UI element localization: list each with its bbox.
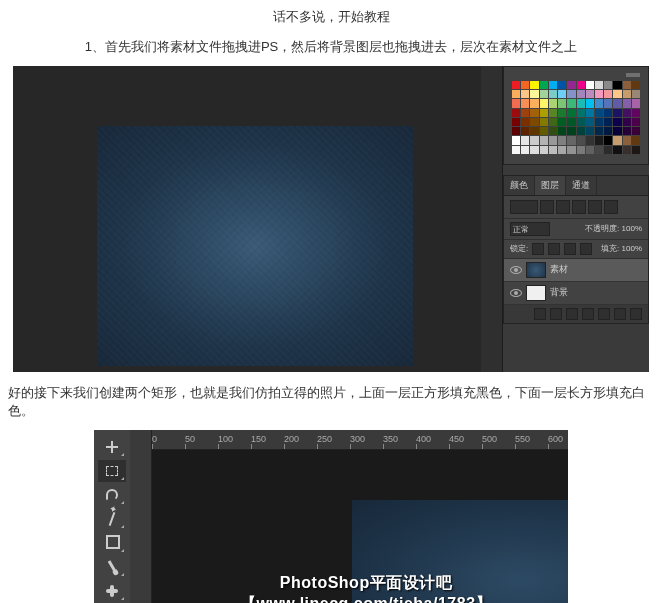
- swatch[interactable]: [530, 146, 538, 154]
- swatch[interactable]: [577, 90, 585, 98]
- swatch[interactable]: [632, 81, 640, 89]
- swatch[interactable]: [604, 127, 612, 135]
- swatch[interactable]: [586, 81, 594, 89]
- swatch[interactable]: [613, 99, 621, 107]
- swatch[interactable]: [521, 109, 529, 117]
- swatch[interactable]: [512, 90, 520, 98]
- eyedropper-tool[interactable]: [98, 556, 126, 578]
- swatch[interactable]: [632, 99, 640, 107]
- swatch[interactable]: [558, 81, 566, 89]
- swatch[interactable]: [586, 99, 594, 107]
- swatch[interactable]: [558, 99, 566, 107]
- swatch[interactable]: [549, 127, 557, 135]
- lock-transparent-icon[interactable]: [532, 243, 544, 255]
- swatch[interactable]: [623, 109, 631, 117]
- swatch[interactable]: [595, 127, 603, 135]
- layer-item-1[interactable]: 素材: [504, 259, 648, 282]
- swatch[interactable]: [540, 109, 548, 117]
- swatch[interactable]: [577, 109, 585, 117]
- swatch[interactable]: [521, 146, 529, 154]
- filter-smart-icon[interactable]: [604, 200, 618, 214]
- swatch[interactable]: [567, 127, 575, 135]
- swatch[interactable]: [595, 81, 603, 89]
- swatch[interactable]: [549, 81, 557, 89]
- healing-brush-tool[interactable]: [98, 580, 126, 602]
- move-tool[interactable]: [98, 436, 126, 458]
- blend-mode-select[interactable]: 正常: [510, 222, 550, 236]
- swatch[interactable]: [586, 118, 594, 126]
- swatch[interactable]: [586, 90, 594, 98]
- swatch[interactable]: [623, 146, 631, 154]
- swatch[interactable]: [595, 146, 603, 154]
- swatch[interactable]: [604, 136, 612, 144]
- swatch[interactable]: [540, 81, 548, 89]
- swatch[interactable]: [567, 109, 575, 117]
- swatch[interactable]: [558, 146, 566, 154]
- tab-layers[interactable]: 图层: [535, 176, 566, 195]
- tab-color[interactable]: 颜色: [504, 176, 535, 195]
- swatch[interactable]: [623, 127, 631, 135]
- swatch[interactable]: [632, 109, 640, 117]
- swatch[interactable]: [558, 90, 566, 98]
- swatch[interactable]: [623, 81, 631, 89]
- visibility-icon[interactable]: [510, 289, 522, 297]
- lock-position-icon[interactable]: [564, 243, 576, 255]
- swatch[interactable]: [586, 146, 594, 154]
- swatch[interactable]: [632, 118, 640, 126]
- group-icon[interactable]: [598, 308, 610, 320]
- swatch[interactable]: [558, 136, 566, 144]
- swatch[interactable]: [567, 81, 575, 89]
- swatch[interactable]: [549, 118, 557, 126]
- filter-pixel-icon[interactable]: [540, 200, 554, 214]
- swatch[interactable]: [540, 136, 548, 144]
- swatch[interactable]: [521, 99, 529, 107]
- magic-wand-tool[interactable]: [98, 508, 126, 530]
- swatch[interactable]: [632, 146, 640, 154]
- swatch[interactable]: [549, 99, 557, 107]
- layer-item-2[interactable]: 背景: [504, 282, 648, 305]
- swatch[interactable]: [632, 127, 640, 135]
- layer-style-icon[interactable]: [550, 308, 562, 320]
- swatch[interactable]: [613, 81, 621, 89]
- swatch[interactable]: [604, 109, 612, 117]
- swatch[interactable]: [586, 136, 594, 144]
- swatch[interactable]: [549, 90, 557, 98]
- swatch[interactable]: [623, 90, 631, 98]
- link-layers-icon[interactable]: [534, 308, 546, 320]
- swatch[interactable]: [586, 109, 594, 117]
- marquee-tool[interactable]: [98, 460, 126, 482]
- swatch[interactable]: [623, 136, 631, 144]
- panel-menu-icon[interactable]: [626, 73, 640, 77]
- swatch[interactable]: [613, 109, 621, 117]
- filter-shape-icon[interactable]: [588, 200, 602, 214]
- swatch[interactable]: [567, 90, 575, 98]
- swatch[interactable]: [623, 99, 631, 107]
- swatch[interactable]: [577, 127, 585, 135]
- swatch[interactable]: [512, 127, 520, 135]
- layer-filter-kind[interactable]: [510, 200, 538, 214]
- swatch[interactable]: [613, 146, 621, 154]
- swatch[interactable]: [540, 99, 548, 107]
- swatch[interactable]: [512, 99, 520, 107]
- swatch[interactable]: [595, 136, 603, 144]
- swatch[interactable]: [577, 118, 585, 126]
- swatch[interactable]: [512, 146, 520, 154]
- filter-type-icon[interactable]: [572, 200, 586, 214]
- swatch[interactable]: [613, 118, 621, 126]
- new-layer-icon[interactable]: [614, 308, 626, 320]
- swatch[interactable]: [604, 90, 612, 98]
- swatch[interactable]: [577, 136, 585, 144]
- swatch[interactable]: [604, 99, 612, 107]
- swatch[interactable]: [577, 99, 585, 107]
- swatch[interactable]: [604, 81, 612, 89]
- swatch[interactable]: [540, 90, 548, 98]
- swatch[interactable]: [632, 90, 640, 98]
- swatch[interactable]: [623, 118, 631, 126]
- swatch[interactable]: [530, 136, 538, 144]
- swatch[interactable]: [567, 146, 575, 154]
- swatch[interactable]: [512, 136, 520, 144]
- swatch[interactable]: [604, 146, 612, 154]
- swatch[interactable]: [530, 90, 538, 98]
- swatch[interactable]: [530, 109, 538, 117]
- delete-layer-icon[interactable]: [630, 308, 642, 320]
